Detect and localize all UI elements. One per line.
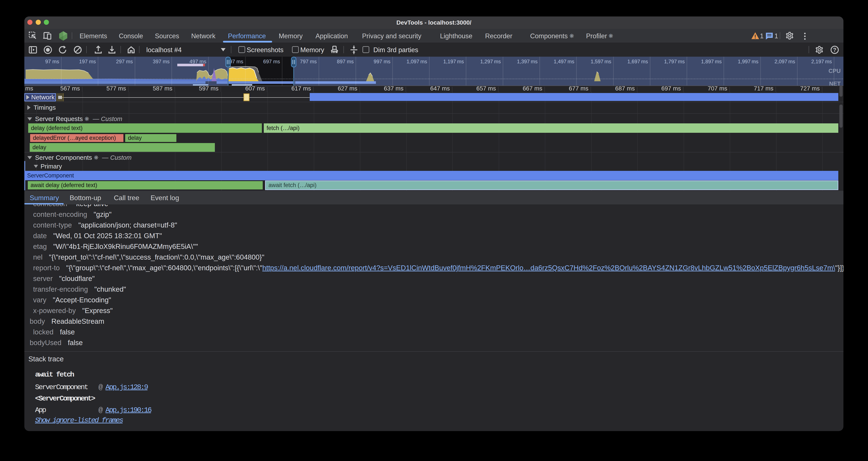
svg-text:797 ms: 797 ms xyxy=(300,59,317,64)
svg-text:2,097 ms: 2,097 ms xyxy=(774,59,795,64)
svg-text:897 ms: 897 ms xyxy=(337,59,354,64)
svg-text:1,897 ms: 1,897 ms xyxy=(701,59,722,64)
svg-text:497 ms: 497 ms xyxy=(189,59,206,64)
svg-text:97 ms: 97 ms xyxy=(45,59,59,64)
svg-text:1,397 ms: 1,397 ms xyxy=(517,59,537,64)
svg-text:1,597 ms: 1,597 ms xyxy=(591,59,611,64)
svg-text:297 ms: 297 ms xyxy=(116,59,133,64)
svg-text:1,997 ms: 1,997 ms xyxy=(738,59,758,64)
svg-text:CPU: CPU xyxy=(829,68,841,74)
svg-text:197 ms: 197 ms xyxy=(79,59,96,64)
svg-text:1,697 ms: 1,697 ms xyxy=(627,59,648,64)
svg-text:397 ms: 397 ms xyxy=(153,59,169,64)
svg-text:1,097 ms: 1,097 ms xyxy=(406,59,427,64)
svg-text:2,197 ms: 2,197 ms xyxy=(811,59,832,64)
svg-text:1,297 ms: 1,297 ms xyxy=(480,59,501,64)
svg-text:997 ms: 997 ms xyxy=(374,59,391,64)
svg-text:697 ms: 697 ms xyxy=(263,59,280,64)
svg-text:1,197 ms: 1,197 ms xyxy=(443,59,464,64)
svg-text:1,497 ms: 1,497 ms xyxy=(554,59,574,64)
svg-text:1,797 ms: 1,797 ms xyxy=(664,59,685,64)
svg-text:?: ? xyxy=(833,47,836,53)
